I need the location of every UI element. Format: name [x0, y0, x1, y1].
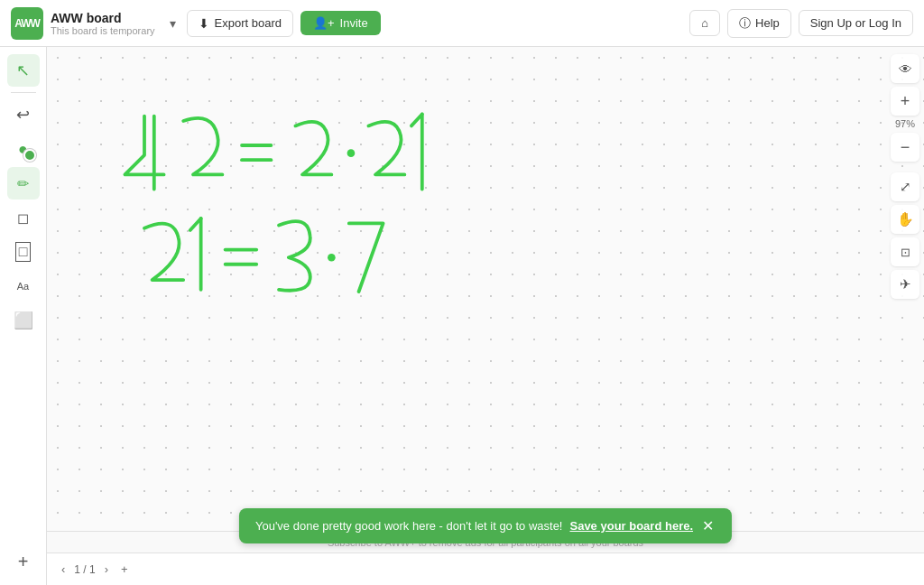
- bottom-bar: ‹ 1 / 1 › +: [47, 552, 924, 585]
- laser-button[interactable]: ✈: [891, 270, 919, 299]
- prev-page-button[interactable]: ‹: [58, 561, 69, 578]
- signup-label: Sign Up or Log In: [810, 16, 901, 30]
- add-icon: +: [18, 552, 29, 572]
- shapes-icon: □: [15, 242, 32, 262]
- undo-icon: ↩: [16, 105, 30, 125]
- export-label: Export board: [215, 16, 282, 30]
- undo-button[interactable]: ↩: [7, 98, 40, 131]
- board-title: AWW board: [51, 11, 155, 25]
- eye-button[interactable]: 👁: [891, 54, 919, 83]
- expand-icon: ⤢: [900, 179, 911, 195]
- board-info: AWW board This board is temporary: [51, 11, 155, 36]
- signup-button[interactable]: Sign Up or Log In: [799, 10, 913, 36]
- zoom-in-button[interactable]: +: [891, 87, 919, 116]
- text-icon: Aa: [17, 281, 29, 292]
- app-logo: AWW: [11, 7, 43, 40]
- zoom-plus-icon: +: [901, 92, 910, 111]
- next-page-button[interactable]: ›: [101, 561, 112, 578]
- invite-button[interactable]: 👤+ Invite: [300, 11, 381, 35]
- home-button[interactable]: ⌂: [689, 10, 720, 36]
- expand-button[interactable]: ⤢: [891, 172, 919, 201]
- svg-point-2: [347, 149, 356, 157]
- toast-message: You've done pretty good work here - don'…: [255, 519, 563, 533]
- hand-icon: ✋: [897, 211, 914, 228]
- home-icon: ⌂: [701, 16, 708, 30]
- help-label: Help: [755, 16, 780, 30]
- drawing-canvas: [47, 47, 924, 585]
- eraser-icon: ◻: [17, 209, 29, 227]
- hand-tool-button[interactable]: ✋: [891, 205, 919, 234]
- eye-icon: 👁: [899, 61, 912, 77]
- color-picker-button[interactable]: ●: [7, 133, 40, 165]
- logo-text: AWW: [14, 17, 40, 30]
- pen-icon: ✏: [17, 175, 29, 192]
- export-button[interactable]: ⬇ Export board: [187, 10, 293, 37]
- select-region-button[interactable]: ⊡: [891, 237, 919, 266]
- export-icon: ⬇: [199, 16, 209, 31]
- board-dropdown-button[interactable]: ▾: [166, 13, 180, 34]
- toolbar-separator: [11, 92, 36, 93]
- board-subtitle: This board is temporary: [51, 25, 155, 36]
- laser-icon: ✈: [900, 276, 911, 292]
- add-page-button[interactable]: +: [117, 561, 132, 578]
- add-tool-button[interactable]: +: [7, 545, 40, 578]
- header-right: ⌂ ⓘ Help Sign Up or Log In: [689, 9, 913, 38]
- sticky-note-button[interactable]: ⬜: [7, 304, 40, 337]
- eraser-tool-button[interactable]: ◻: [7, 201, 40, 234]
- pen-tool-button[interactable]: ✏: [7, 167, 40, 200]
- sticky-icon: ⬜: [14, 311, 33, 330]
- select-region-icon: ⊡: [901, 246, 910, 259]
- toast-close-button[interactable]: ✕: [700, 517, 716, 534]
- canvas-area[interactable]: 👁 + 97% − ⤢ ✋ ⊡ ✈ You've done pr: [47, 47, 924, 585]
- left-toolbar: ↖ ↩ ● ✏ ◻ □ Aa ⬜ +: [0, 47, 47, 585]
- main-area: ↖ ↩ ● ✏ ◻ □ Aa ⬜ +: [0, 47, 924, 585]
- select-tool-button[interactable]: ↖: [7, 54, 40, 87]
- zoom-minus-icon: −: [901, 138, 910, 157]
- page-info: 1 / 1: [74, 563, 95, 576]
- toast-notification: You've done pretty good work here - don'…: [239, 508, 732, 543]
- invite-label: Invite: [340, 16, 368, 30]
- toast-save-link[interactable]: Save your board here.: [569, 519, 693, 533]
- text-tool-button[interactable]: Aa: [7, 270, 40, 302]
- right-toolbar: 👁 + 97% − ⤢ ✋ ⊡ ✈: [886, 47, 924, 585]
- select-icon: ↖: [16, 60, 30, 80]
- help-button[interactable]: ⓘ Help: [727, 9, 791, 38]
- page-navigation: ‹ 1 / 1 › +: [58, 561, 132, 578]
- header: AWW AWW board This board is temporary ▾ …: [0, 0, 924, 47]
- zoom-out-button[interactable]: −: [891, 133, 919, 162]
- svg-point-7: [328, 254, 336, 262]
- color-dot: [23, 149, 36, 162]
- zoom-level: 97%: [895, 119, 915, 129]
- shapes-tool-button[interactable]: □: [7, 236, 40, 268]
- help-icon: ⓘ: [739, 15, 751, 32]
- invite-icon: 👤+: [313, 16, 335, 30]
